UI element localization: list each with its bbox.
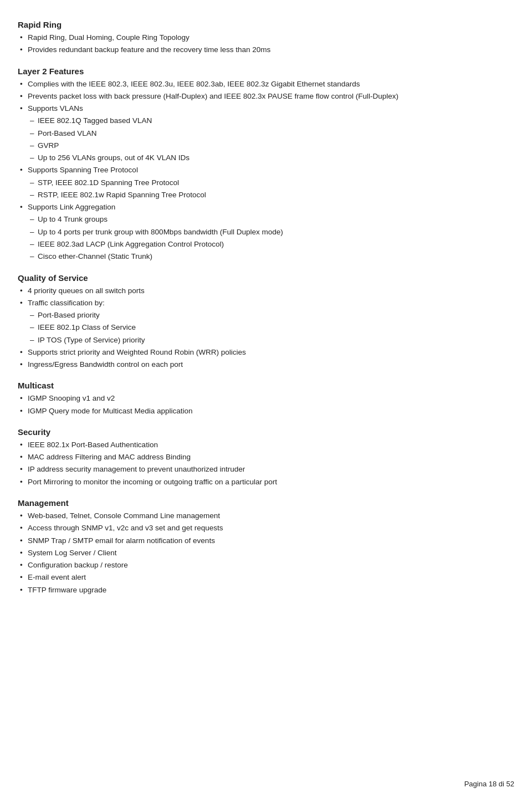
- section-security: Security IEEE 802.1x Port-Based Authenti…: [18, 427, 514, 488]
- list-item: System Log Server / Client: [18, 547, 514, 559]
- sub-list-item: GVRP: [28, 140, 514, 152]
- sub-list-item: STP, IEEE 802.1D Spanning Tree Protocol: [28, 177, 514, 189]
- section-title-multicast: Multicast: [18, 381, 514, 390]
- layer2-list: Complies with the IEEE 802.3, IEEE 802.3…: [18, 78, 514, 263]
- sub-list-item: IEEE 802.1Q Tagged based VLAN: [28, 115, 514, 127]
- sub-list-item: Port-Based VLAN: [28, 127, 514, 140]
- list-item: Supports Link Aggregation Up to 4 Trunk …: [18, 201, 514, 263]
- section-qos: Quality of Service 4 priority queues on …: [18, 273, 514, 371]
- list-item: E-mail event alert: [18, 571, 514, 584]
- section-title-layer2: Layer 2 Features: [18, 66, 514, 76]
- list-item: Supports VLANs IEEE 802.1Q Tagged based …: [18, 103, 514, 164]
- list-item: Supports strict priority and Weighted Ro…: [18, 346, 514, 359]
- multicast-list: IGMP Snooping v1 and v2 IGMP Query mode …: [18, 392, 514, 417]
- sub-list-item: IP TOS (Type of Service) priority: [28, 334, 514, 346]
- sub-list-item: IEEE 802.1p Class of Service: [28, 321, 514, 334]
- section-management: Management Web-based, Telnet, Console Co…: [18, 498, 514, 596]
- section-rapid-ring: Rapid Ring Rapid Ring, Dual Homing, Coup…: [18, 20, 514, 57]
- list-item: Port Mirroring to monitor the incoming o…: [18, 476, 514, 488]
- list-item: IGMP Snooping v1 and v2: [18, 392, 514, 405]
- page-content: Rapid Ring Rapid Ring, Dual Homing, Coup…: [0, 0, 532, 635]
- list-item: Provides redundant backup feature and th…: [18, 44, 514, 56]
- list-item: Access through SNMP v1, v2c and v3 set a…: [18, 522, 514, 534]
- sub-list-item: Port-Based priority: [28, 309, 514, 321]
- section-multicast: Multicast IGMP Snooping v1 and v2 IGMP Q…: [18, 381, 514, 417]
- sub-list-item: Cisco ether-Channel (Static Trunk): [28, 250, 514, 263]
- vlans-sublist: IEEE 802.1Q Tagged based VLAN Port-Based…: [28, 115, 514, 164]
- security-list: IEEE 802.1x Port-Based Authentication MA…: [18, 439, 514, 488]
- section-title-management: Management: [18, 498, 514, 508]
- page-number: Pagina 18 di 52: [464, 780, 514, 788]
- sub-list-item: Up to 4 ports per trunk group with 800Mb…: [28, 226, 514, 238]
- qos-list: 4 priority queues on all switch ports Tr…: [18, 285, 514, 371]
- section-title-rapid-ring: Rapid Ring: [18, 20, 514, 29]
- sub-list-item: Up to 256 VLANs groups, out of 4K VLAN I…: [28, 152, 514, 164]
- section-layer2: Layer 2 Features Complies with the IEEE …: [18, 66, 514, 263]
- list-item: IGMP Query mode for Multicast Media appl…: [18, 405, 514, 417]
- list-item: IP address security management to preven…: [18, 463, 514, 475]
- sub-list-item: RSTP, IEEE 802.1w Rapid Spanning Tree Pr…: [28, 189, 514, 201]
- management-list: Web-based, Telnet, Console Command Line …: [18, 510, 514, 596]
- list-item: 4 priority queues on all switch ports: [18, 285, 514, 297]
- sub-list-item: IEEE 802.3ad LACP (Link Aggregation Cont…: [28, 238, 514, 250]
- linkagg-sublist: Up to 4 Trunk groups Up to 4 ports per t…: [28, 213, 514, 263]
- list-item: MAC address Filtering and MAC address Bi…: [18, 451, 514, 463]
- section-title-security: Security: [18, 427, 514, 437]
- qos-classification-sublist: Port-Based priority IEEE 802.1p Class of…: [28, 309, 514, 346]
- list-item: Traffic classification by: Port-Based pr…: [18, 297, 514, 346]
- list-item: TFTP firmware upgrade: [18, 584, 514, 596]
- list-item: Web-based, Telnet, Console Command Line …: [18, 510, 514, 522]
- section-title-qos: Quality of Service: [18, 273, 514, 283]
- list-item: Rapid Ring, Dual Homing, Couple Ring Top…: [18, 32, 514, 44]
- list-item: Ingress/Egress Bandwidth control on each…: [18, 359, 514, 371]
- stp-sublist: STP, IEEE 802.1D Spanning Tree Protocol …: [28, 177, 514, 202]
- list-item: IEEE 802.1x Port-Based Authentication: [18, 439, 514, 451]
- list-item: Supports Spanning Tree Protocol STP, IEE…: [18, 164, 514, 201]
- list-item: Configuration backup / restore: [18, 559, 514, 571]
- list-item: Prevents packet loss with back pressure …: [18, 90, 514, 103]
- list-item: SNMP Trap / SMTP email for alarm notific…: [18, 535, 514, 547]
- list-item: Complies with the IEEE 802.3, IEEE 802.3…: [18, 78, 514, 90]
- page-footer: Pagina 18 di 52: [464, 780, 514, 788]
- rapid-ring-list: Rapid Ring, Dual Homing, Couple Ring Top…: [18, 32, 514, 57]
- sub-list-item: Up to 4 Trunk groups: [28, 213, 514, 226]
